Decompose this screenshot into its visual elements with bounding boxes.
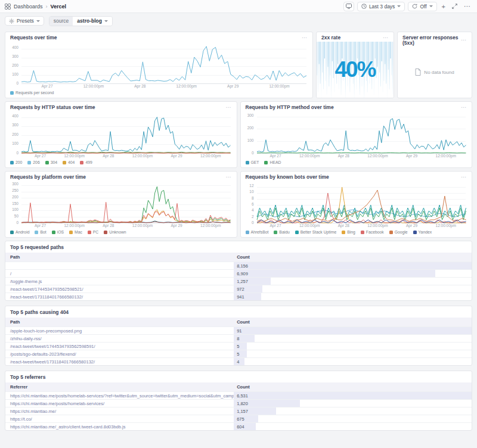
legend-item[interactable]: HEAD <box>264 160 281 164</box>
more-menu-button[interactable]: ⋯ <box>462 2 472 10</box>
count-label: 972 <box>234 287 244 292</box>
panel-more-button[interactable]: ⋯ <box>461 38 467 43</box>
column-header-count: Count <box>234 382 472 391</box>
legend-swatch-icon <box>104 231 107 234</box>
x-axis-tick-label: Apr 29 <box>406 224 417 228</box>
x-axis-tick-label: 12:00:00pm <box>64 224 85 228</box>
x-axis-tick-label: Apr 27 <box>270 154 281 158</box>
count-cell: 972 <box>234 285 472 293</box>
panel-more-button[interactable]: ⋯ <box>383 35 389 41</box>
y-axis-tick-label: 150 <box>12 202 18 206</box>
x-axis-tick-label: Apr 27 <box>41 85 52 89</box>
legend-item[interactable]: Android <box>10 230 29 234</box>
expand-button[interactable] <box>450 4 459 9</box>
gear-icon <box>9 18 14 24</box>
table-title: Top 5 referrers <box>5 371 472 382</box>
legend-item[interactable]: Unknown <box>104 230 126 234</box>
y-axis: 050100150200250300 <box>9 183 20 223</box>
legend-item[interactable]: Google <box>389 230 408 234</box>
legend-item[interactable]: Facebook <box>361 230 384 234</box>
y-axis: 0100200300 <box>244 113 256 153</box>
panel-more-button[interactable]: ⋯ <box>226 175 232 180</box>
legend-item[interactable]: Requests per second <box>10 91 54 95</box>
y-axis-tick-label: 400 <box>12 46 18 50</box>
panel-more-button[interactable]: ⋯ <box>226 105 232 110</box>
row-3: Requests by platform over time ⋯ 0501001… <box>5 171 472 238</box>
legend-item[interactable]: 304 <box>45 160 57 164</box>
path-cell: /zhihu-daily-rss/ <box>5 335 234 342</box>
y-axis-tick-label: 0 <box>16 82 18 86</box>
legend-item[interactable]: AhrefsBot <box>246 230 269 234</box>
legend-item[interactable]: 206 <box>27 160 39 164</box>
legend-item[interactable]: 404 <box>63 160 75 164</box>
y-axis-tick-label: 100 <box>12 73 18 77</box>
legend-item[interactable]: Better Stack Uptime <box>295 230 336 234</box>
x-axis: Apr 2712:00:00pmApr 2812:00:00pmApr 2912… <box>21 224 231 229</box>
count-cell: 5 <box>234 343 472 350</box>
table-header-row: ReferrerCount <box>5 382 472 391</box>
panel-more-button[interactable]: ⋯ <box>461 105 467 110</box>
x-axis: Apr 2712:00:00pmApr 2812:00:00pmApr 2912… <box>21 154 231 160</box>
column-header-path: Path <box>5 253 234 262</box>
legend-item[interactable]: 499 <box>80 160 92 164</box>
time-range-button[interactable]: Last 3 days <box>357 2 405 11</box>
table-top-referrers: Top 5 referrers ReferrerCounthttps://chi… <box>5 371 472 431</box>
path-cell: https://chi.miantiao.me/ <box>5 407 234 415</box>
legend-swatch-icon <box>10 231 14 234</box>
x-axis: Apr 2712:00:00pmApr 2812:00:00pmApr 2912… <box>257 224 466 229</box>
path-cell: https://chi.miantiao.me/posts/homelab-se… <box>5 392 234 399</box>
count-cell: 604 <box>234 423 472 430</box>
legend-swatch-icon <box>88 231 91 234</box>
legend-swatch-icon <box>69 231 73 234</box>
count-bar <box>234 270 435 277</box>
legend-swatch-icon <box>413 231 417 234</box>
y-axis-tick-label: 4 <box>252 209 254 213</box>
count-label: 8 <box>234 336 239 341</box>
y-axis-tick-label: 12 <box>249 184 253 188</box>
legend-swatch-icon <box>52 231 55 234</box>
table-title: Top 5 requested paths <box>5 241 472 253</box>
legend-item[interactable]: Bing <box>342 230 355 234</box>
auto-refresh-button[interactable]: Off <box>408 2 436 11</box>
y-axis-tick-label: 100 <box>12 142 18 146</box>
legend-item[interactable]: PC <box>88 230 98 234</box>
legend-item[interactable]: Mac <box>69 230 82 234</box>
y-axis-tick-label: 6 <box>252 203 254 207</box>
y-axis: 024681012 <box>244 183 256 223</box>
legend-item[interactable]: Bot <box>35 230 46 234</box>
table-row: /6,909 <box>5 269 472 277</box>
y-axis: 0100200300400 <box>9 43 20 83</box>
gridline <box>21 83 306 84</box>
chevron-down-icon <box>397 5 401 7</box>
legend-item[interactable]: GET <box>246 160 259 164</box>
panel-title: 2xx rate <box>321 35 340 41</box>
legend-item[interactable]: Yandex <box>413 230 432 234</box>
plot-area <box>21 114 231 153</box>
presets-button[interactable]: Presets <box>5 16 44 26</box>
panel-2xx-rate: 2xx rate ⋯ 40% <box>316 32 394 98</box>
add-panel-button[interactable]: + <box>440 3 447 10</box>
legend-item[interactable]: iOS <box>52 230 64 234</box>
breadcrumb-dashboards-link[interactable]: Dashboards <box>14 4 43 10</box>
table-row: /react-tweet/tweet/1744534793562598591/5 <box>5 342 472 350</box>
legend-swatch-icon <box>389 231 393 234</box>
table-row: 8,156 <box>5 262 472 269</box>
x-axis-tick-label: Apr 29 <box>227 85 238 89</box>
x-axis-tick-label: Apr 27 <box>35 224 46 228</box>
path-cell: https://t.co/ <box>5 415 234 422</box>
source-filter-value-dropdown[interactable]: astro-blog <box>73 17 112 26</box>
legend-item[interactable]: Baidu <box>274 230 289 234</box>
count-label: 6,909 <box>234 271 248 276</box>
y-axis-tick-label: 100 <box>247 139 254 143</box>
y-axis-tick-label: 300 <box>12 182 18 186</box>
legend-swatch-icon <box>27 161 31 164</box>
legend-item[interactable]: 200 <box>10 160 22 164</box>
kiosk-mode-button[interactable] <box>343 2 354 11</box>
breadcrumb-separator: › <box>46 4 48 10</box>
panel-more-button[interactable]: ⋯ <box>461 175 467 180</box>
table-row: /react-tweet/1731184017666580132/941 <box>5 293 472 300</box>
table-row: https://chi.miantiao.me/1,157 <box>5 407 472 415</box>
panel-more-button[interactable]: ⋯ <box>302 35 308 41</box>
table-row: https://chi.miantiao.me/posts/homelab-se… <box>5 399 472 407</box>
chart-platform: 050100150200250300Apr 2712:00:00pmApr 28… <box>9 183 232 229</box>
